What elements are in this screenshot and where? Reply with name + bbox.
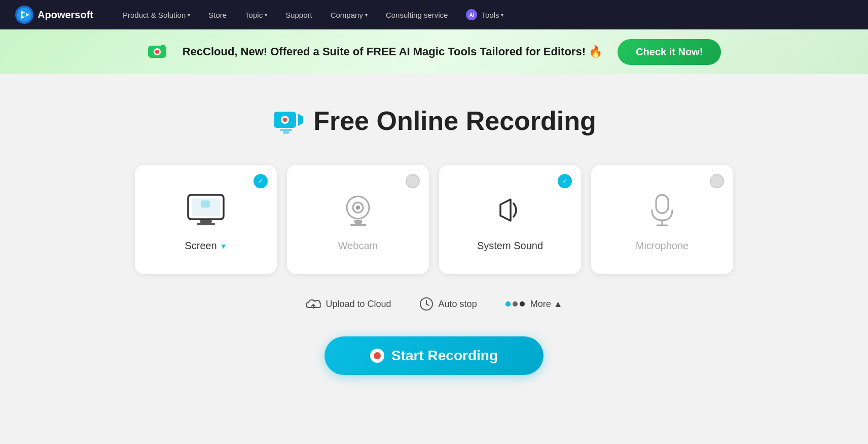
chevron-icon: ▾ — [265, 12, 267, 18]
record-dot-inner — [374, 352, 381, 359]
screen-dropdown-arrow: ▼ — [220, 242, 227, 250]
logo[interactable]: Apowersoft — [15, 6, 93, 24]
page-title: Free Online Recording — [313, 106, 596, 136]
screen-label: Screen ▼ — [185, 240, 227, 252]
chevron-icon: ▾ — [365, 12, 368, 18]
system-sound-check: ✓ — [558, 174, 572, 188]
chevron-icon: ▾ — [188, 12, 190, 18]
microphone-check — [710, 174, 724, 188]
svg-rect-12 — [283, 131, 289, 134]
extra-options: Upload to Cloud Auto stop More ▲ — [306, 297, 563, 311]
upload-cloud-option[interactable]: Upload to Cloud — [306, 297, 391, 311]
page-title-area: Free Online Recording — [272, 105, 596, 137]
microphone-option[interactable]: Microphone — [591, 165, 733, 274]
webcam-icon-wrap — [335, 187, 381, 233]
reccloud-icon — [147, 42, 167, 62]
svg-rect-22 — [350, 224, 366, 226]
more-dots-icon — [505, 300, 525, 308]
screen-check: ✓ — [254, 174, 268, 188]
svg-point-32 — [505, 301, 511, 306]
nav-item-product[interactable]: Product & Solution ▾ — [114, 0, 199, 29]
svg-rect-6 — [161, 45, 165, 47]
svg-rect-17 — [201, 200, 210, 208]
chevron-icon: ▾ — [501, 12, 503, 18]
banner-text: RecCloud, New! Offered a Suite of FREE A… — [183, 45, 602, 58]
svg-point-9 — [283, 118, 287, 122]
svg-point-5 — [155, 50, 159, 54]
webcam-label: Webcam — [338, 240, 378, 252]
system-sound-label: System Sound — [477, 240, 543, 252]
svg-point-31 — [425, 303, 427, 305]
svg-marker-23 — [500, 199, 511, 221]
microphone-label: Microphone — [636, 240, 689, 252]
navbar: Apowersoft Product & Solution ▾ Store To… — [0, 0, 868, 29]
record-dot — [370, 349, 384, 363]
recording-icon — [272, 105, 304, 137]
nav-item-store[interactable]: Store — [199, 0, 236, 29]
screen-icon — [186, 192, 226, 228]
webcam-check — [406, 174, 420, 188]
system-sound-icon — [491, 192, 529, 228]
svg-rect-24 — [656, 195, 668, 213]
svg-rect-16 — [197, 223, 215, 225]
system-sound-icon-wrap — [487, 187, 533, 233]
nav-item-company[interactable]: Company ▾ — [321, 0, 377, 29]
nav-items: Product & Solution ▾ Store Topic ▾ Suppo… — [114, 0, 853, 29]
nav-item-support[interactable]: Support — [276, 0, 321, 29]
more-option[interactable]: More ▲ — [505, 299, 563, 310]
start-recording-button[interactable]: Start Recording — [324, 336, 544, 375]
nav-item-tools[interactable]: AI Tools ▾ — [457, 0, 513, 29]
svg-rect-21 — [354, 220, 362, 224]
microphone-icon — [647, 192, 677, 228]
screen-icon-wrap — [183, 187, 229, 233]
svg-point-33 — [513, 301, 518, 306]
logo-icon — [15, 6, 33, 24]
screen-option[interactable]: ✓ Screen ▼ — [135, 165, 277, 274]
svg-marker-10 — [298, 114, 303, 126]
system-sound-option[interactable]: ✓ System Sound — [439, 165, 581, 274]
svg-rect-15 — [200, 220, 212, 223]
svg-point-34 — [520, 301, 525, 306]
svg-point-20 — [356, 206, 360, 210]
cloud-icon — [306, 297, 321, 311]
ai-badge: AI — [466, 9, 477, 20]
auto-stop-option[interactable]: Auto stop — [419, 297, 477, 311]
check-now-button[interactable]: Check it Now! — [618, 39, 721, 65]
webcam-option[interactable]: Webcam — [287, 165, 429, 274]
webcam-icon — [339, 192, 377, 228]
svg-rect-11 — [280, 129, 292, 131]
nav-item-consulting[interactable]: Consulting service — [377, 0, 457, 29]
main-content: Free Online Recording ✓ Screen ▼ — [0, 74, 868, 444]
clock-icon — [419, 297, 433, 311]
svg-point-2 — [22, 13, 26, 17]
promo-banner: RecCloud, New! Offered a Suite of FREE A… — [0, 29, 868, 74]
recording-options: ✓ Screen ▼ — [135, 165, 733, 274]
logo-text: Apowersoft — [38, 9, 93, 21]
nav-item-topic[interactable]: Topic ▾ — [236, 0, 276, 29]
microphone-icon-wrap — [639, 187, 685, 233]
